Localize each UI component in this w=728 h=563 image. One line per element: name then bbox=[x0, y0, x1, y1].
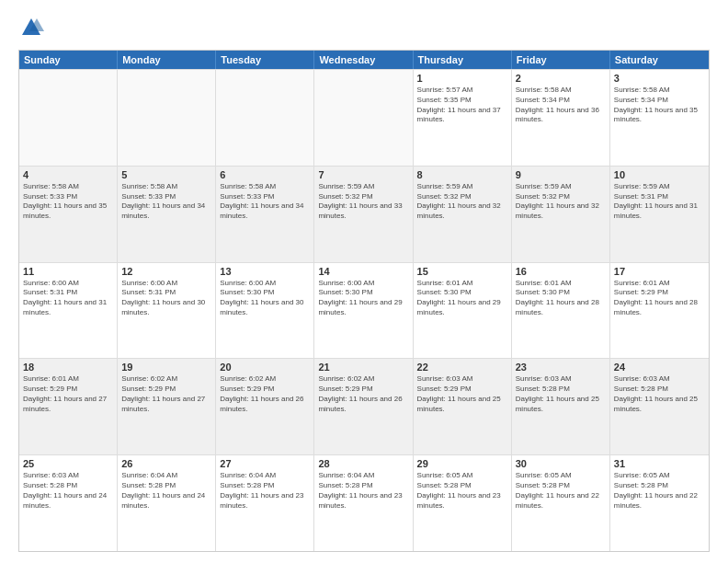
day-cell-14: 14Sunrise: 6:00 AMSunset: 5:30 PMDayligh… bbox=[314, 263, 413, 359]
calendar-header: SundayMondayTuesdayWednesdayThursdayFrid… bbox=[19, 51, 709, 69]
day-number: 16 bbox=[516, 266, 606, 277]
cell-info: Sunrise: 5:57 AMSunset: 5:35 PMDaylight:… bbox=[417, 86, 507, 125]
day-cell-3: 3Sunrise: 5:58 AMSunset: 5:34 PMDaylight… bbox=[610, 70, 709, 166]
day-number: 13 bbox=[220, 266, 310, 277]
cell-info: Sunrise: 5:58 AMSunset: 5:33 PMDaylight:… bbox=[23, 182, 113, 222]
cell-info: Sunrise: 6:01 AMSunset: 5:30 PMDaylight:… bbox=[516, 279, 606, 318]
empty-cell bbox=[314, 70, 413, 166]
cell-info: Sunrise: 6:04 AMSunset: 5:28 PMDaylight:… bbox=[121, 471, 211, 511]
day-number: 19 bbox=[121, 362, 211, 373]
day-cell-11: 11Sunrise: 6:00 AMSunset: 5:31 PMDayligh… bbox=[19, 263, 118, 359]
day-cell-13: 13Sunrise: 6:00 AMSunset: 5:30 PMDayligh… bbox=[216, 263, 314, 359]
cell-info: Sunrise: 6:00 AMSunset: 5:30 PMDaylight:… bbox=[318, 279, 408, 318]
day-cell-8: 8Sunrise: 5:59 AMSunset: 5:32 PMDaylight… bbox=[414, 167, 512, 262]
cell-info: Sunrise: 6:04 AMSunset: 5:28 PMDaylight:… bbox=[318, 471, 408, 511]
day-cell-21: 21Sunrise: 6:02 AMSunset: 5:29 PMDayligh… bbox=[314, 359, 413, 454]
cell-info: Sunrise: 6:02 AMSunset: 5:29 PMDaylight:… bbox=[121, 374, 211, 414]
day-cell-30: 30Sunrise: 6:05 AMSunset: 5:28 PMDayligh… bbox=[512, 455, 610, 551]
calendar-row-1: 4Sunrise: 5:58 AMSunset: 5:33 PMDaylight… bbox=[19, 166, 709, 262]
day-number: 8 bbox=[417, 169, 507, 180]
day-number: 5 bbox=[121, 169, 211, 180]
calendar-row-4: 25Sunrise: 6:03 AMSunset: 5:28 PMDayligh… bbox=[19, 454, 709, 551]
day-number: 25 bbox=[23, 458, 113, 469]
cell-info: Sunrise: 6:03 AMSunset: 5:28 PMDaylight:… bbox=[23, 471, 113, 511]
calendar-row-3: 18Sunrise: 6:01 AMSunset: 5:29 PMDayligh… bbox=[19, 358, 709, 454]
cell-info: Sunrise: 6:01 AMSunset: 5:29 PMDaylight:… bbox=[23, 374, 113, 414]
cell-info: Sunrise: 6:00 AMSunset: 5:31 PMDaylight:… bbox=[121, 279, 211, 318]
cell-info: Sunrise: 6:05 AMSunset: 5:28 PMDaylight:… bbox=[417, 471, 507, 511]
day-cell-25: 25Sunrise: 6:03 AMSunset: 5:28 PMDayligh… bbox=[19, 455, 118, 551]
day-cell-4: 4Sunrise: 5:58 AMSunset: 5:33 PMDaylight… bbox=[19, 167, 118, 262]
header-day-saturday: Saturday bbox=[610, 51, 709, 69]
day-cell-15: 15Sunrise: 6:01 AMSunset: 5:30 PMDayligh… bbox=[414, 263, 512, 359]
day-number: 20 bbox=[220, 362, 310, 373]
day-cell-7: 7Sunrise: 5:59 AMSunset: 5:32 PMDaylight… bbox=[314, 167, 413, 262]
header-day-tuesday: Tuesday bbox=[216, 51, 314, 69]
day-number: 18 bbox=[23, 362, 113, 373]
day-cell-29: 29Sunrise: 6:05 AMSunset: 5:28 PMDayligh… bbox=[414, 455, 512, 551]
day-number: 14 bbox=[318, 266, 408, 277]
day-number: 24 bbox=[614, 362, 705, 373]
empty-cell bbox=[19, 70, 118, 166]
cell-info: Sunrise: 6:05 AMSunset: 5:28 PMDaylight:… bbox=[614, 471, 705, 511]
cell-info: Sunrise: 6:03 AMSunset: 5:28 PMDaylight:… bbox=[516, 374, 606, 414]
header bbox=[18, 15, 710, 40]
cell-info: Sunrise: 5:58 AMSunset: 5:34 PMDaylight:… bbox=[516, 86, 606, 125]
header-day-friday: Friday bbox=[512, 51, 610, 69]
page: SundayMondayTuesdayWednesdayThursdayFrid… bbox=[0, 0, 728, 563]
header-day-monday: Monday bbox=[118, 51, 216, 69]
day-cell-26: 26Sunrise: 6:04 AMSunset: 5:28 PMDayligh… bbox=[118, 455, 216, 551]
calendar-row-0: 1Sunrise: 5:57 AMSunset: 5:35 PMDaylight… bbox=[19, 69, 709, 166]
day-number: 29 bbox=[417, 458, 507, 469]
header-day-sunday: Sunday bbox=[19, 51, 118, 69]
cell-info: Sunrise: 5:58 AMSunset: 5:34 PMDaylight:… bbox=[614, 86, 705, 125]
cell-info: Sunrise: 5:58 AMSunset: 5:33 PMDaylight:… bbox=[220, 182, 310, 222]
cell-info: Sunrise: 6:04 AMSunset: 5:28 PMDaylight:… bbox=[220, 471, 310, 511]
empty-cell bbox=[118, 70, 216, 166]
day-number: 2 bbox=[516, 73, 606, 84]
day-number: 11 bbox=[23, 266, 113, 277]
cell-info: Sunrise: 6:02 AMSunset: 5:29 PMDaylight:… bbox=[220, 374, 310, 414]
cell-info: Sunrise: 5:59 AMSunset: 5:32 PMDaylight:… bbox=[516, 182, 606, 222]
day-cell-16: 16Sunrise: 6:01 AMSunset: 5:30 PMDayligh… bbox=[512, 263, 610, 359]
day-number: 22 bbox=[417, 362, 507, 373]
day-cell-19: 19Sunrise: 6:02 AMSunset: 5:29 PMDayligh… bbox=[118, 359, 216, 454]
day-number: 26 bbox=[121, 458, 211, 469]
cell-info: Sunrise: 5:58 AMSunset: 5:33 PMDaylight:… bbox=[121, 182, 211, 222]
day-number: 23 bbox=[516, 362, 606, 373]
day-cell-23: 23Sunrise: 6:03 AMSunset: 5:28 PMDayligh… bbox=[512, 359, 610, 454]
cell-info: Sunrise: 6:00 AMSunset: 5:31 PMDaylight:… bbox=[23, 279, 113, 318]
day-number: 6 bbox=[220, 169, 310, 180]
cell-info: Sunrise: 5:59 AMSunset: 5:32 PMDaylight:… bbox=[417, 182, 507, 222]
empty-cell bbox=[216, 70, 314, 166]
cell-info: Sunrise: 6:02 AMSunset: 5:29 PMDaylight:… bbox=[318, 374, 408, 414]
day-cell-20: 20Sunrise: 6:02 AMSunset: 5:29 PMDayligh… bbox=[216, 359, 314, 454]
calendar: SundayMondayTuesdayWednesdayThursdayFrid… bbox=[18, 50, 710, 552]
day-number: 10 bbox=[614, 169, 705, 180]
day-cell-28: 28Sunrise: 6:04 AMSunset: 5:28 PMDayligh… bbox=[314, 455, 413, 551]
day-number: 12 bbox=[121, 266, 211, 277]
day-cell-22: 22Sunrise: 6:03 AMSunset: 5:29 PMDayligh… bbox=[414, 359, 512, 454]
calendar-row-2: 11Sunrise: 6:00 AMSunset: 5:31 PMDayligh… bbox=[19, 262, 709, 359]
cell-info: Sunrise: 5:59 AMSunset: 5:32 PMDaylight:… bbox=[318, 182, 408, 222]
cell-info: Sunrise: 6:01 AMSunset: 5:30 PMDaylight:… bbox=[417, 279, 507, 318]
logo bbox=[18, 15, 48, 40]
cell-info: Sunrise: 6:03 AMSunset: 5:29 PMDaylight:… bbox=[417, 374, 507, 414]
day-number: 21 bbox=[318, 362, 408, 373]
day-cell-12: 12Sunrise: 6:00 AMSunset: 5:31 PMDayligh… bbox=[118, 263, 216, 359]
logo-icon bbox=[18, 15, 44, 40]
day-cell-1: 1Sunrise: 5:57 AMSunset: 5:35 PMDaylight… bbox=[414, 70, 512, 166]
day-number: 7 bbox=[318, 169, 408, 180]
cell-info: Sunrise: 5:59 AMSunset: 5:31 PMDaylight:… bbox=[614, 182, 705, 222]
day-number: 3 bbox=[614, 73, 705, 84]
calendar-body: 1Sunrise: 5:57 AMSunset: 5:35 PMDaylight… bbox=[19, 69, 709, 551]
day-number: 4 bbox=[23, 169, 113, 180]
day-cell-9: 9Sunrise: 5:59 AMSunset: 5:32 PMDaylight… bbox=[512, 167, 610, 262]
day-cell-2: 2Sunrise: 5:58 AMSunset: 5:34 PMDaylight… bbox=[512, 70, 610, 166]
day-cell-17: 17Sunrise: 6:01 AMSunset: 5:29 PMDayligh… bbox=[610, 263, 709, 359]
day-cell-10: 10Sunrise: 5:59 AMSunset: 5:31 PMDayligh… bbox=[610, 167, 709, 262]
day-cell-24: 24Sunrise: 6:03 AMSunset: 5:28 PMDayligh… bbox=[610, 359, 709, 454]
day-cell-27: 27Sunrise: 6:04 AMSunset: 5:28 PMDayligh… bbox=[216, 455, 314, 551]
day-number: 27 bbox=[220, 458, 310, 469]
day-number: 17 bbox=[614, 266, 705, 277]
